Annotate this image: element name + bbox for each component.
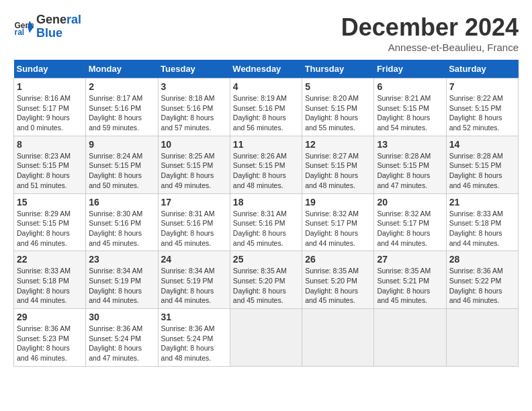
day-number: 19 — [305, 197, 371, 208]
day-number: 6 — [377, 81, 443, 92]
week-row-3: 15Sunrise: 8:29 AM Sunset: 5:15 PM Dayli… — [14, 193, 519, 251]
day-number: 30 — [89, 312, 154, 322]
day-cell: 6Sunrise: 8:21 AM Sunset: 5:15 PM Daylig… — [374, 79, 446, 136]
day-info: Sunrise: 8:35 AM Sunset: 5:20 PM Dayligh… — [305, 266, 371, 306]
header-cell-thursday: Thursday — [302, 60, 374, 79]
calendar-table: SundayMondayTuesdayWednesdayThursdayFrid… — [13, 60, 519, 367]
day-number: 3 — [161, 81, 227, 92]
day-cell: 29Sunrise: 8:36 AM Sunset: 5:23 PM Dayli… — [14, 309, 86, 367]
day-info: Sunrise: 8:35 AM Sunset: 5:20 PM Dayligh… — [233, 266, 299, 306]
day-info: Sunrise: 8:20 AM Sunset: 5:15 PM Dayligh… — [305, 93, 371, 133]
day-cell: 16Sunrise: 8:30 AM Sunset: 5:16 PM Dayli… — [86, 193, 158, 251]
day-number: 16 — [89, 197, 154, 208]
day-number: 18 — [233, 197, 299, 208]
day-info: Sunrise: 8:23 AM Sunset: 5:15 PM Dayligh… — [17, 151, 83, 191]
day-number: 21 — [449, 197, 515, 208]
day-info: Sunrise: 8:27 AM Sunset: 5:15 PM Dayligh… — [305, 151, 371, 191]
day-cell: 11Sunrise: 8:26 AM Sunset: 5:15 PM Dayli… — [230, 136, 302, 193]
day-cell: 4Sunrise: 8:19 AM Sunset: 5:16 PM Daylig… — [230, 79, 302, 136]
day-cell: 26Sunrise: 8:35 AM Sunset: 5:20 PM Dayli… — [302, 251, 374, 309]
day-cell: 20Sunrise: 8:32 AM Sunset: 5:17 PM Dayli… — [374, 193, 446, 251]
day-cell: 24Sunrise: 8:34 AM Sunset: 5:19 PM Dayli… — [158, 251, 230, 309]
day-info: Sunrise: 8:26 AM Sunset: 5:15 PM Dayligh… — [233, 151, 299, 191]
day-info: Sunrise: 8:31 AM Sunset: 5:16 PM Dayligh… — [233, 209, 299, 248]
day-info: Sunrise: 8:30 AM Sunset: 5:16 PM Dayligh… — [89, 209, 154, 248]
day-info: Sunrise: 8:36 AM Sunset: 5:24 PM Dayligh… — [161, 324, 227, 363]
day-cell: 19Sunrise: 8:32 AM Sunset: 5:17 PM Dayli… — [302, 193, 374, 251]
day-info: Sunrise: 8:34 AM Sunset: 5:19 PM Dayligh… — [89, 266, 154, 306]
location-subtitle: Annesse-et-Beaulieu, France — [341, 42, 519, 53]
day-info: Sunrise: 8:17 AM Sunset: 5:16 PM Dayligh… — [89, 93, 154, 133]
month-title: December 2024 — [341, 13, 519, 42]
day-number: 27 — [377, 254, 443, 265]
day-cell: 15Sunrise: 8:29 AM Sunset: 5:15 PM Dayli… — [14, 193, 86, 251]
day-info: Sunrise: 8:19 AM Sunset: 5:16 PM Dayligh… — [233, 93, 299, 133]
day-cell: 21Sunrise: 8:33 AM Sunset: 5:18 PM Dayli… — [446, 193, 518, 251]
day-info: Sunrise: 8:33 AM Sunset: 5:18 PM Dayligh… — [449, 209, 515, 248]
day-cell — [374, 309, 446, 367]
week-row-2: 8Sunrise: 8:23 AM Sunset: 5:15 PM Daylig… — [14, 136, 519, 193]
day-info: Sunrise: 8:24 AM Sunset: 5:15 PM Dayligh… — [89, 151, 154, 191]
day-info: Sunrise: 8:21 AM Sunset: 5:15 PM Dayligh… — [377, 93, 443, 133]
day-number: 1 — [17, 81, 83, 92]
day-number: 13 — [377, 139, 443, 150]
day-info: Sunrise: 8:36 AM Sunset: 5:23 PM Dayligh… — [17, 324, 83, 363]
day-cell: 18Sunrise: 8:31 AM Sunset: 5:16 PM Dayli… — [230, 193, 302, 251]
day-cell: 22Sunrise: 8:33 AM Sunset: 5:18 PM Dayli… — [14, 251, 86, 309]
week-row-5: 29Sunrise: 8:36 AM Sunset: 5:23 PM Dayli… — [14, 309, 519, 367]
day-info: Sunrise: 8:25 AM Sunset: 5:15 PM Dayligh… — [161, 151, 227, 191]
header-cell-tuesday: Tuesday — [158, 60, 230, 79]
day-number: 26 — [305, 254, 371, 265]
day-cell: 25Sunrise: 8:35 AM Sunset: 5:20 PM Dayli… — [230, 251, 302, 309]
day-info: Sunrise: 8:32 AM Sunset: 5:17 PM Dayligh… — [377, 209, 443, 248]
header-cell-friday: Friday — [374, 60, 446, 79]
day-cell: 31Sunrise: 8:36 AM Sunset: 5:24 PM Dayli… — [158, 309, 230, 367]
day-number: 25 — [233, 254, 299, 265]
day-number: 31 — [161, 312, 227, 322]
day-info: Sunrise: 8:28 AM Sunset: 5:15 PM Dayligh… — [377, 151, 443, 191]
day-cell: 30Sunrise: 8:36 AM Sunset: 5:24 PM Dayli… — [86, 309, 158, 367]
day-number: 15 — [17, 197, 83, 208]
logo: Gene ral General Blue — [13, 13, 81, 40]
header-cell-saturday: Saturday — [446, 60, 518, 79]
page-header: Gene ral General Blue December 2024 Anne… — [13, 13, 519, 53]
day-info: Sunrise: 8:34 AM Sunset: 5:19 PM Dayligh… — [161, 266, 227, 306]
day-info: Sunrise: 8:16 AM Sunset: 5:17 PM Dayligh… — [17, 93, 83, 133]
day-cell: 10Sunrise: 8:25 AM Sunset: 5:15 PM Dayli… — [158, 136, 230, 193]
logo-icon: Gene ral — [13, 17, 34, 37]
day-cell: 8Sunrise: 8:23 AM Sunset: 5:15 PM Daylig… — [14, 136, 86, 193]
day-info: Sunrise: 8:18 AM Sunset: 5:16 PM Dayligh… — [161, 93, 227, 133]
header-cell-wednesday: Wednesday — [230, 60, 302, 79]
day-cell: 28Sunrise: 8:36 AM Sunset: 5:22 PM Dayli… — [446, 251, 518, 309]
day-number: 7 — [449, 81, 515, 92]
header-row: SundayMondayTuesdayWednesdayThursdayFrid… — [14, 60, 519, 79]
day-number: 29 — [17, 312, 83, 322]
week-row-4: 22Sunrise: 8:33 AM Sunset: 5:18 PM Dayli… — [14, 251, 519, 309]
day-info: Sunrise: 8:32 AM Sunset: 5:17 PM Dayligh… — [305, 209, 371, 248]
header-cell-monday: Monday — [86, 60, 158, 79]
day-info: Sunrise: 8:33 AM Sunset: 5:18 PM Dayligh… — [17, 266, 83, 306]
header-cell-sunday: Sunday — [14, 60, 86, 79]
day-cell: 2Sunrise: 8:17 AM Sunset: 5:16 PM Daylig… — [86, 79, 158, 136]
logo-line2: Blue — [36, 27, 81, 40]
day-number: 24 — [161, 254, 227, 265]
day-number: 14 — [449, 139, 515, 150]
day-info: Sunrise: 8:36 AM Sunset: 5:24 PM Dayligh… — [89, 324, 154, 363]
day-cell: 3Sunrise: 8:18 AM Sunset: 5:16 PM Daylig… — [158, 79, 230, 136]
day-info: Sunrise: 8:28 AM Sunset: 5:15 PM Dayligh… — [449, 151, 515, 191]
day-number: 5 — [305, 81, 371, 92]
day-cell: 1Sunrise: 8:16 AM Sunset: 5:17 PM Daylig… — [14, 79, 86, 136]
day-cell: 14Sunrise: 8:28 AM Sunset: 5:15 PM Dayli… — [446, 136, 518, 193]
day-info: Sunrise: 8:31 AM Sunset: 5:16 PM Dayligh… — [161, 209, 227, 248]
day-number: 11 — [233, 139, 299, 150]
svg-text:ral: ral — [15, 28, 25, 37]
day-cell: 7Sunrise: 8:22 AM Sunset: 5:15 PM Daylig… — [446, 79, 518, 136]
day-cell: 12Sunrise: 8:27 AM Sunset: 5:15 PM Dayli… — [302, 136, 374, 193]
day-cell — [446, 309, 518, 367]
day-number: 12 — [305, 139, 371, 150]
day-cell: 9Sunrise: 8:24 AM Sunset: 5:15 PM Daylig… — [86, 136, 158, 193]
day-info: Sunrise: 8:36 AM Sunset: 5:22 PM Dayligh… — [449, 266, 515, 306]
day-cell — [230, 309, 302, 367]
title-block: December 2024 Annesse-et-Beaulieu, Franc… — [341, 13, 519, 53]
day-info: Sunrise: 8:35 AM Sunset: 5:21 PM Dayligh… — [377, 266, 443, 306]
